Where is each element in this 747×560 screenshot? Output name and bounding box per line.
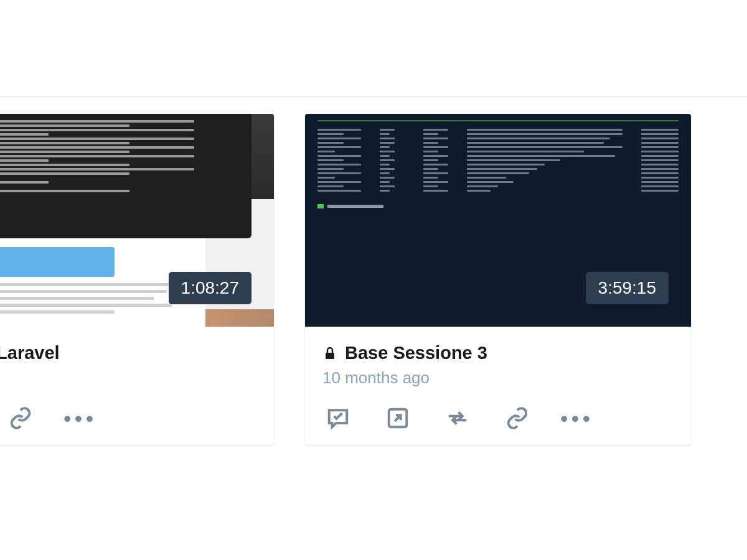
video-thumbnail[interactable]: 3:59:15 [305, 114, 691, 327]
lock-icon [322, 345, 337, 362]
link-icon[interactable] [9, 406, 32, 430]
card-body: cazione con Laravel o [0, 327, 274, 394]
swap-icon[interactable] [446, 406, 469, 430]
thumbnail-terminal-preview [0, 114, 251, 238]
video-card[interactable]: 1:08:27 cazione con Laravel o ••• [0, 114, 274, 445]
header-spacer [0, 0, 747, 96]
share-arrow-icon[interactable] [386, 406, 410, 430]
video-title[interactable]: Base Sessione 3 [345, 343, 487, 363]
card-body: Base Sessione 3 10 months ago [305, 327, 691, 394]
video-cards-grid: 1:08:27 cazione con Laravel o ••• [0, 96, 747, 445]
video-card[interactable]: 3:59:15 Base Sessione 3 10 months ago [305, 114, 691, 445]
video-thumbnail[interactable]: 1:08:27 [0, 114, 274, 327]
comment-check-icon[interactable] [326, 406, 350, 430]
duration-badge: 3:59:15 [586, 272, 669, 304]
more-icon[interactable]: ••• [68, 406, 92, 430]
card-actions: ••• [305, 394, 691, 445]
video-title[interactable]: cazione con Laravel [0, 343, 60, 363]
svg-rect-1 [326, 353, 334, 359]
video-meta: 10 months ago [322, 368, 674, 388]
more-icon[interactable]: ••• [565, 406, 589, 430]
duration-badge: 1:08:27 [169, 272, 251, 304]
card-actions: ••• [0, 394, 274, 445]
link-icon[interactable] [505, 406, 529, 430]
video-meta: o [0, 368, 256, 388]
